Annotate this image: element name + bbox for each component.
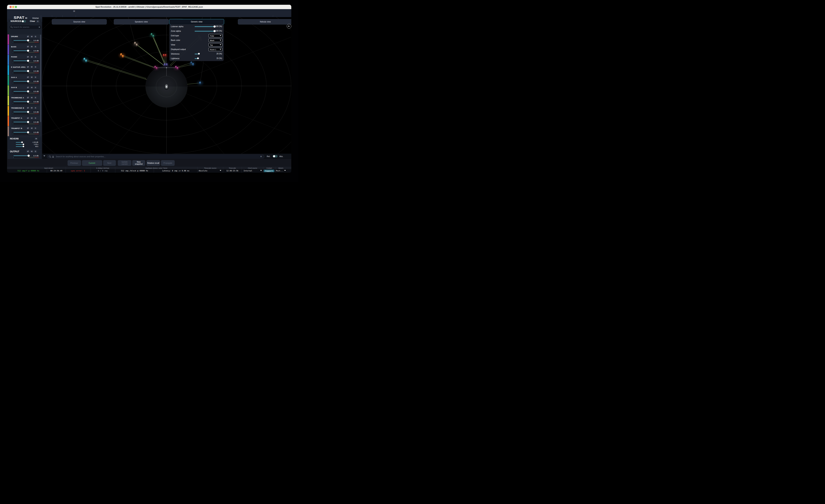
- sources-scrollbar[interactable]: [40, 34, 41, 122]
- output-gain-slider[interactable]: [27, 155, 30, 157]
- source-row[interactable]: SAX B Ø M S 0.0 dB: [8, 85, 42, 95]
- filter-list-icon[interactable]: [52, 156, 54, 158]
- solo-button[interactable]: S: [34, 66, 38, 69]
- clear-search-icon[interactable]: ✕: [260, 155, 262, 158]
- mute-button[interactable]: M: [30, 127, 34, 130]
- room-view[interactable]: Sources viewSpeakers viewGeneric viewNeb…: [42, 17, 291, 159]
- status-value-internal[interactable]: Internal: [243, 170, 252, 172]
- current-button[interactable]: Current:: [82, 160, 102, 166]
- source-gain-slider[interactable]: [27, 101, 29, 103]
- solo-button[interactable]: S: [34, 56, 38, 58]
- output-phase-button[interactable]: Ø: [26, 150, 30, 153]
- new-snapshot-button[interactable]: New snapshot: [132, 160, 145, 166]
- source-row[interactable]: PIANO Ø M S 0.0 dB: [8, 55, 42, 65]
- window-title: Spat Revolution - 25.11.0.50530 - arm64 …: [7, 5, 291, 9]
- status-value-post-[interactable]: Post...: [276, 170, 284, 172]
- solo-button[interactable]: S: [34, 76, 38, 79]
- phase-button[interactable]: Ø: [26, 45, 30, 48]
- mute-button[interactable]: M: [30, 96, 34, 99]
- view-tab-sources-view[interactable]: Sources view: [52, 19, 107, 24]
- back-color-dropdown[interactable]: Black: [209, 38, 222, 42]
- mute-button[interactable]: M: [30, 86, 34, 89]
- source-row[interactable]: E GUITAR AR51 Ø M S 0.0 dB: [8, 65, 42, 75]
- solo-button[interactable]: S: [34, 45, 38, 48]
- source-gain-slider[interactable]: [27, 70, 29, 72]
- source-row[interactable]: TROMBONE A Ø M S 0.0 dB: [8, 96, 42, 106]
- source-gain-slider[interactable]: [27, 131, 29, 133]
- source-meter: [13, 83, 39, 83]
- mute-button[interactable]: M: [30, 45, 34, 48]
- source-gain-slider[interactable]: [27, 80, 29, 82]
- phase-button[interactable]: Ø: [26, 86, 30, 89]
- view-tab-generic-view[interactable]: Generic view: [169, 19, 224, 24]
- phase-button[interactable]: Ø: [26, 76, 30, 79]
- source-row[interactable]: TROMBONE B Ø M S 0.0 dB: [8, 106, 42, 116]
- source-gain-slider[interactable]: [27, 111, 29, 113]
- global-search-field[interactable]: Search for anything about sources and th…: [47, 154, 265, 159]
- setting-value: 20 (%): [217, 53, 222, 55]
- displayed-output-dropdown[interactable]: Room 1: [209, 48, 222, 51]
- source-gain-slider[interactable]: [27, 39, 29, 41]
- output-mute-button[interactable]: M: [30, 150, 34, 153]
- view-tab-speakers-view[interactable]: Speakers view: [114, 19, 169, 24]
- view-tab-nebula-view[interactable]: Nebula view: [238, 19, 291, 24]
- reverb-slider[interactable]: [23, 146, 24, 147]
- source-meter: [13, 134, 39, 135]
- lightness-slider[interactable]: [197, 58, 199, 59]
- mute-button[interactable]: M: [30, 35, 34, 38]
- source-row[interactable]: SAX A Ø M S 0.0 dB: [8, 75, 42, 85]
- solo-button[interactable]: S: [34, 96, 38, 99]
- solo-button[interactable]: S: [34, 86, 38, 89]
- source-gain-value: 0.0 dB: [33, 121, 39, 123]
- mute-button[interactable]: M: [30, 66, 34, 69]
- phase-button[interactable]: Ø: [26, 66, 30, 69]
- status-value-absolute[interactable]: Absolute: [199, 170, 207, 172]
- solo-button[interactable]: S: [34, 127, 38, 130]
- phase-button[interactable]: Ø: [26, 56, 30, 58]
- shininess-slider[interactable]: [198, 53, 200, 55]
- phase-button[interactable]: Ø: [26, 117, 30, 119]
- source-gain-slider[interactable]: [27, 121, 29, 123]
- source-gain-slider[interactable]: [27, 50, 29, 52]
- reverb-slider[interactable]: [23, 144, 24, 145]
- status-value-support[interactable]: Support: [264, 170, 274, 172]
- collapse-view-options-button[interactable]: [287, 24, 291, 28]
- reverb-slider[interactable]: [21, 142, 23, 143]
- mute-button[interactable]: M: [30, 56, 34, 58]
- output-meter: [13, 157, 39, 157]
- source-row[interactable]: BASS Ø M S 0.0 dB: [8, 45, 42, 55]
- chevron-down-icon[interactable]: [284, 170, 286, 171]
- phase-button[interactable]: Ø: [26, 35, 30, 38]
- solo-button[interactable]: S: [34, 106, 38, 109]
- source-gain-slider[interactable]: [27, 90, 29, 92]
- setting-row: Shininess20 (%): [169, 52, 224, 56]
- phase-button[interactable]: Ø: [26, 96, 30, 99]
- rel-abs-toggle[interactable]: [273, 155, 278, 158]
- mute-button[interactable]: M: [30, 106, 34, 109]
- source-gain-slider[interactable]: [27, 60, 29, 62]
- chevron-down-icon[interactable]: [260, 170, 262, 171]
- source-gain-value: 0.0 dB: [33, 80, 39, 82]
- setting-value: 15 (%): [217, 57, 222, 59]
- source-gain-value: 0.0 dB: [33, 111, 39, 113]
- expand-search-icon[interactable]: [44, 155, 45, 157]
- relative-recall-button[interactable]: Relative recall: [147, 160, 160, 166]
- source-row[interactable]: TRUMPET A Ø M S 0.0 dB: [8, 116, 42, 126]
- mute-button[interactable]: M: [30, 117, 34, 119]
- mute-button[interactable]: M: [30, 76, 34, 79]
- setting-label: Shininess: [171, 53, 179, 55]
- phase-button[interactable]: Ø: [26, 127, 30, 130]
- output-solo-button[interactable]: S: [34, 150, 38, 153]
- reverb-mute-button[interactable]: M: [34, 137, 38, 140]
- source-row[interactable]: DRUMS Ø M S 0.0 dB: [8, 34, 42, 45]
- relative-label: Rel.: [267, 155, 271, 158]
- grid-type-dropdown[interactable]: Polar: [209, 34, 222, 37]
- source-row[interactable]: TRUMPET B Ø M S 0.0 dB: [8, 126, 42, 136]
- source-meter: [13, 73, 39, 73]
- solo-button[interactable]: S: [34, 117, 38, 119]
- solo-button[interactable]: S: [34, 35, 38, 38]
- source-name: E GUITAR AR51: [11, 66, 25, 68]
- chevron-down-icon[interactable]: [220, 170, 221, 171]
- view-dropdown[interactable]: Top: [209, 43, 222, 47]
- phase-button[interactable]: Ø: [26, 106, 30, 109]
